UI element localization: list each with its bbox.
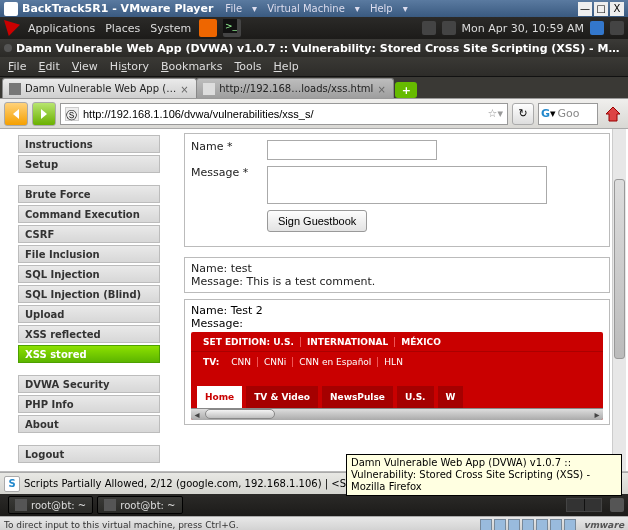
gnome-menu-system[interactable]: System: [148, 22, 193, 35]
cnn-tab-tvvideo[interactable]: TV & Video: [246, 386, 318, 408]
cnn-tv-cnni[interactable]: CNNi: [258, 357, 293, 367]
vm-device-icon[interactable]: [564, 519, 576, 531]
noscript-favicon: Ⓢ: [65, 107, 79, 121]
cnn-tv-espanol[interactable]: CNN en Español: [293, 357, 378, 367]
cnn-edition-mx[interactable]: MÉXICO: [395, 337, 447, 347]
tab-label: Damn Vulnerable Web App (…: [25, 83, 176, 94]
cnn-edition-intl[interactable]: INTERNATIONAL: [301, 337, 395, 347]
search-box[interactable]: G▾ Goo: [538, 103, 598, 125]
menu-file[interactable]: File: [4, 60, 30, 73]
tab-dvwa[interactable]: Damn Vulnerable Web App (… ×: [2, 78, 197, 98]
vm-device-icon[interactable]: [522, 519, 534, 531]
vmware-menu: File▾ Virtual Machine▾ Help▾: [221, 3, 411, 14]
close-tab-icon[interactable]: ×: [377, 84, 387, 94]
vm-device-icon[interactable]: [550, 519, 562, 531]
cnn-tab-home[interactable]: Home: [197, 386, 242, 408]
vmware-close-button[interactable]: X: [610, 2, 624, 16]
sidebar-item-phpinfo[interactable]: PHP Info: [18, 395, 160, 413]
noscript-status[interactable]: Scripts Partially Allowed, 2/12 (google.…: [24, 478, 360, 489]
sidebar-item-about[interactable]: About: [18, 415, 160, 433]
name-input[interactable]: [267, 140, 437, 160]
workspace-switcher[interactable]: [566, 498, 602, 512]
menu-tools[interactable]: Tools: [230, 60, 265, 73]
firefox-menubar: File Edit View History Bookmarks Tools H…: [0, 57, 628, 77]
sidebar-item-sqli[interactable]: SQL Injection: [18, 265, 160, 283]
forward-button[interactable]: [32, 102, 56, 126]
entry-name: Name: test: [191, 262, 603, 275]
scrollbar-thumb[interactable]: [205, 409, 275, 419]
menu-history[interactable]: History: [106, 60, 153, 73]
menu-help[interactable]: Help: [270, 60, 303, 73]
vm-device-icon[interactable]: [508, 519, 520, 531]
firefox-launcher-icon[interactable]: [199, 19, 217, 37]
cnn-h-scrollbar[interactable]: ◂ ▸: [191, 408, 603, 420]
vm-device-icon[interactable]: [494, 519, 506, 531]
vmware-menu-help[interactable]: Help: [366, 3, 397, 14]
message-textarea[interactable]: [267, 166, 547, 204]
sidebar-item-xss-stored[interactable]: XSS stored: [18, 345, 160, 363]
url-input[interactable]: [83, 105, 488, 123]
search-placeholder: Goo: [558, 107, 580, 120]
cnn-iframe[interactable]: SET EDITION: U.S. INTERNATIONAL MÉXICO T…: [191, 332, 603, 420]
task-terminal-2[interactable]: root@bt: ~: [97, 496, 182, 514]
vmware-icon: ▦: [4, 2, 18, 16]
volume-icon[interactable]: [610, 21, 624, 35]
cnn-tv-hln[interactable]: HLN: [378, 357, 409, 367]
terminal-launcher-icon[interactable]: >_: [223, 19, 241, 37]
cnn-edition-us[interactable]: SET EDITION: U.S.: [197, 337, 301, 347]
task-label: root@bt: ~: [31, 500, 86, 511]
sidebar-item-bruteforce[interactable]: Brute Force: [18, 185, 160, 203]
vmware-menu-file[interactable]: File: [221, 3, 246, 14]
back-button[interactable]: [4, 102, 28, 126]
new-tab-button[interactable]: +: [395, 82, 417, 98]
menu-bookmarks[interactable]: Bookmarks: [157, 60, 226, 73]
cnn-tab-newspulse[interactable]: NewsPulse: [322, 386, 393, 408]
gnome-clock[interactable]: Mon Apr 30, 10:59 AM: [462, 22, 584, 35]
task-label: root@bt: ~: [120, 500, 175, 511]
gnome-menu-places[interactable]: Places: [103, 22, 142, 35]
sidebar-item-setup[interactable]: Setup: [18, 155, 160, 173]
tab-loads-xss[interactable]: http://192.168…loads/xss.html ×: [196, 78, 394, 98]
page-v-scrollbar[interactable]: [612, 129, 626, 471]
vmware-min-button[interactable]: —: [578, 2, 592, 16]
guestbook-entry: Name: test Message: This is a test comme…: [184, 257, 610, 293]
sidebar-item-sqli-blind[interactable]: SQL Injection (Blind): [18, 285, 160, 303]
trash-icon[interactable]: [610, 498, 624, 512]
tray-icon[interactable]: [442, 21, 456, 35]
sidebar-item-csrf[interactable]: CSRF: [18, 225, 160, 243]
gnome-menu-apps[interactable]: Applications: [26, 22, 97, 35]
sign-guestbook-button[interactable]: Sign Guestbook: [267, 210, 367, 232]
window-menu-icon[interactable]: [4, 44, 12, 52]
sidebar-item-cmdexec[interactable]: Command Execution: [18, 205, 160, 223]
url-bar[interactable]: Ⓢ ☆▾: [60, 103, 508, 125]
tray-icon[interactable]: [422, 21, 436, 35]
home-button[interactable]: [602, 103, 624, 125]
cnn-tv-cnn[interactable]: CNN: [225, 357, 258, 367]
user-icon[interactable]: [590, 21, 604, 35]
sidebar-item-instructions[interactable]: Instructions: [18, 135, 160, 153]
firefox-tabbar: Damn Vulnerable Web App (… × http://192.…: [0, 77, 628, 99]
cnn-tab-us[interactable]: U.S.: [397, 386, 434, 408]
vmware-logo: vmware: [584, 520, 624, 530]
bookmark-star-icon[interactable]: ☆▾: [488, 107, 503, 120]
firefox-titlebar: Damn Vulnerable Web App (DVWA) v1.0.7 ::…: [0, 39, 628, 57]
noscript-icon[interactable]: S: [4, 476, 20, 492]
vm-device-icon[interactable]: [536, 519, 548, 531]
cnn-tab-more[interactable]: W: [438, 386, 464, 408]
sidebar-item-security[interactable]: DVWA Security: [18, 375, 160, 393]
favicon-icon: [9, 83, 21, 95]
sidebar-item-xss-reflected[interactable]: XSS reflected: [18, 325, 160, 343]
close-tab-icon[interactable]: ×: [180, 84, 190, 94]
sidebar-item-upload[interactable]: Upload: [18, 305, 160, 323]
vmware-max-button[interactable]: □: [594, 2, 608, 16]
reload-button[interactable]: ↻: [512, 103, 534, 125]
scrollbar-thumb[interactable]: [614, 179, 625, 359]
task-terminal-1[interactable]: root@bt: ~: [8, 496, 93, 514]
vmware-statusbar: To direct input to this virtual machine,…: [0, 516, 628, 530]
vm-device-icon[interactable]: [480, 519, 492, 531]
sidebar-item-fileinc[interactable]: File Inclusion: [18, 245, 160, 263]
menu-edit[interactable]: Edit: [34, 60, 63, 73]
menu-view[interactable]: View: [68, 60, 102, 73]
vmware-menu-vm[interactable]: Virtual Machine: [263, 3, 349, 14]
sidebar-item-logout[interactable]: Logout: [18, 445, 160, 463]
